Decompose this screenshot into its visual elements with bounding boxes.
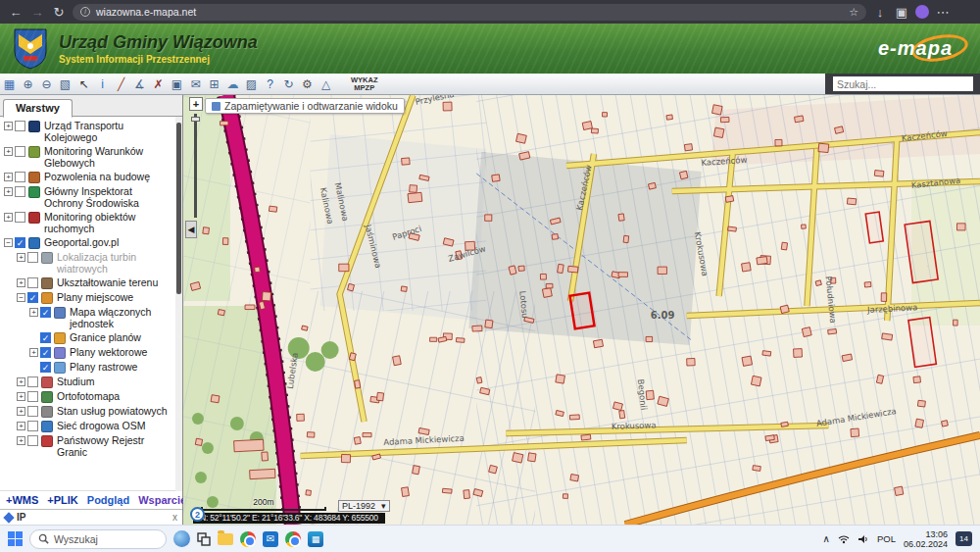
expand-node-icon[interactable]: + — [17, 436, 25, 445]
expand-node-icon[interactable]: + — [29, 348, 38, 357]
layer-checkbox[interactable] — [15, 172, 25, 182]
layer-checkbox[interactable]: ✓ — [40, 332, 51, 343]
browser-menu-icon[interactable]: ⋯ — [935, 5, 951, 20]
layer-item[interactable]: +Urząd Transportu Kolejowego — [2, 119, 172, 144]
layer-checkbox[interactable]: ✓ — [40, 307, 51, 318]
erase-icon[interactable]: ✗ — [149, 75, 168, 94]
highlighted-parcel[interactable] — [569, 293, 594, 329]
layer-checkbox[interactable] — [15, 146, 25, 157]
expand-node-icon[interactable]: + — [4, 173, 13, 181]
layer-item[interactable]: +Lokalizacja turbin wiatrowych — [2, 250, 172, 276]
widgets-icon[interactable] — [173, 530, 190, 547]
layer-item[interactable]: +Ortofotomapa — [2, 389, 172, 404]
sidebar-collapse-button[interactable]: ◀ — [185, 221, 197, 238]
sidebar-link-wms[interactable]: +WMS — [6, 494, 38, 506]
layer-item[interactable]: +Główny Inspektorat Ochrony Środowiska — [2, 184, 172, 210]
layer-item[interactable]: +Państwowy Rejestr Granic — [2, 433, 172, 459]
layer-item[interactable]: +Monitoring Warunków Glebowych — [2, 144, 172, 170]
refresh-icon[interactable]: ↻ — [279, 75, 298, 94]
layer-checkbox[interactable] — [27, 421, 38, 431]
mail-icon[interactable]: ✉ — [263, 531, 278, 547]
expand-node-icon[interactable]: + — [17, 407, 25, 416]
layer-checkbox[interactable] — [27, 277, 38, 288]
pointer-icon[interactable]: ↖ — [74, 75, 93, 94]
layer-item[interactable]: +Sieć drogowa OSM — [2, 419, 172, 433]
select-area-icon[interactable]: ▧ — [56, 75, 74, 94]
layer-checkbox[interactable]: ✓ — [40, 347, 51, 358]
zoom-in-button[interactable]: + — [189, 97, 203, 111]
layer-item[interactable]: +✓Mapa włączonych jednostek — [2, 305, 172, 330]
expand-node-icon[interactable]: + — [17, 392, 25, 401]
layers-icon[interactable]: ▦ — [0, 75, 19, 94]
back-icon[interactable]: ← — [8, 5, 24, 20]
layer-checkbox[interactable] — [27, 376, 38, 387]
taskbar-search[interactable]: Wyszukaj — [29, 529, 167, 549]
expand-node-icon[interactable]: + — [17, 422, 25, 430]
split-screen-icon[interactable]: ▣ — [894, 5, 909, 20]
language-indicator[interactable]: POL — [877, 533, 896, 544]
zoom-slider[interactable] — [194, 114, 197, 218]
sidebar-link-wsparcie[interactable]: Wsparcie — [138, 494, 186, 506]
print-icon[interactable]: ▣ — [168, 75, 186, 94]
layer-checkbox[interactable]: ✓ — [40, 362, 51, 373]
layer-checkbox[interactable] — [27, 435, 38, 446]
file-explorer-icon[interactable] — [218, 533, 233, 545]
message-icon[interactable]: ✉ — [186, 75, 205, 94]
expand-node-icon[interactable]: + — [4, 213, 13, 222]
legend-icon[interactable]: △ — [317, 75, 335, 94]
expand-node-icon[interactable]: + — [4, 147, 13, 156]
layer-item[interactable]: +Stan usług powiatowych — [2, 404, 172, 419]
layer-item[interactable]: −✓Plany miejscowe — [2, 290, 172, 305]
settings-icon[interactable]: ⚙ — [298, 75, 317, 94]
zoom-in-icon[interactable]: ⊕ — [19, 75, 37, 94]
volume-icon[interactable] — [858, 534, 869, 544]
task-view-icon[interactable] — [197, 532, 211, 546]
help-icon[interactable]: ? — [261, 75, 279, 94]
layer-item[interactable]: +✓Granice planów — [2, 330, 172, 345]
browser-profile-avatar[interactable] — [915, 5, 929, 19]
search-input[interactable] — [833, 76, 973, 91]
collapse-node-icon[interactable]: − — [4, 238, 13, 247]
map-viewport[interactable]: PrzyleśnaKaczeńcówKaczeńcówKaczeńcówKasz… — [183, 95, 980, 525]
downloads-icon[interactable]: ↓ — [872, 5, 888, 20]
wifi-icon[interactable] — [838, 534, 850, 544]
sidebar-scrollbar-thumb[interactable] — [176, 123, 181, 294]
forward-icon[interactable]: → — [29, 5, 45, 20]
layer-item[interactable]: +Monitoring obiektów ruchomych — [2, 210, 172, 235]
expand-node-icon[interactable]: + — [17, 278, 25, 287]
emapa-logo[interactable]: e-mapa — [874, 33, 966, 64]
layer-checkbox[interactable] — [27, 391, 38, 402]
layer-checkbox[interactable] — [15, 186, 25, 197]
refresh-icon[interactable]: ↻ — [51, 5, 67, 20]
layer-item[interactable]: +✓Plany rastrowe — [2, 360, 172, 375]
tab-warstwy[interactable]: Warstwy — [3, 99, 73, 118]
layer-item[interactable]: +Ukształtowanie terenu — [2, 276, 172, 290]
map-canvas[interactable]: PrzyleśnaKaczeńcówKaczeńcówKaczeńcówKasz… — [183, 95, 980, 525]
chrome-profile2-icon[interactable] — [285, 531, 301, 547]
chrome-icon[interactable] — [240, 531, 256, 547]
address-bar[interactable]: i wiazowna.e-mapa.net ☆ — [73, 4, 866, 21]
expand-node-icon[interactable]: + — [17, 377, 25, 386]
expand-node-icon[interactable]: + — [4, 187, 13, 196]
layer-checkbox[interactable] — [27, 406, 38, 417]
sidebar-link-podgld[interactable]: Podgląd — [87, 494, 129, 506]
info-icon[interactable]: i — [93, 75, 112, 94]
start-button[interactable] — [8, 531, 23, 546]
layer-checkbox[interactable]: ✓ — [15, 237, 25, 248]
ip-panel-close-icon[interactable]: x — [172, 512, 177, 523]
layer-item[interactable]: −✓Geoportal.gov.pl — [2, 235, 172, 250]
notification-badge[interactable]: 14 — [956, 531, 972, 546]
layer-item[interactable]: +Studium — [2, 375, 172, 389]
clock[interactable]: 13:06 06.02.2024 — [904, 529, 948, 549]
emapa-app-icon[interactable]: ▦ — [308, 531, 323, 547]
layer-item[interactable]: +✓Plany wektorowe — [2, 345, 172, 360]
bookmark-star-icon[interactable]: ☆ — [849, 6, 858, 19]
layer-checkbox[interactable] — [15, 121, 25, 131]
cloud-icon[interactable]: ☁ — [223, 75, 242, 94]
wykaz-mpzp-button[interactable]: WYKAZ MPZP — [345, 75, 384, 94]
hidden-icons-chevron[interactable]: ∧ — [823, 533, 830, 544]
layer-checkbox[interactable] — [27, 252, 38, 263]
site-info-icon[interactable]: i — [80, 7, 90, 17]
projection-select[interactable]: PL-1992▾ — [338, 500, 390, 512]
zoom-slider-handle[interactable] — [191, 117, 200, 122]
